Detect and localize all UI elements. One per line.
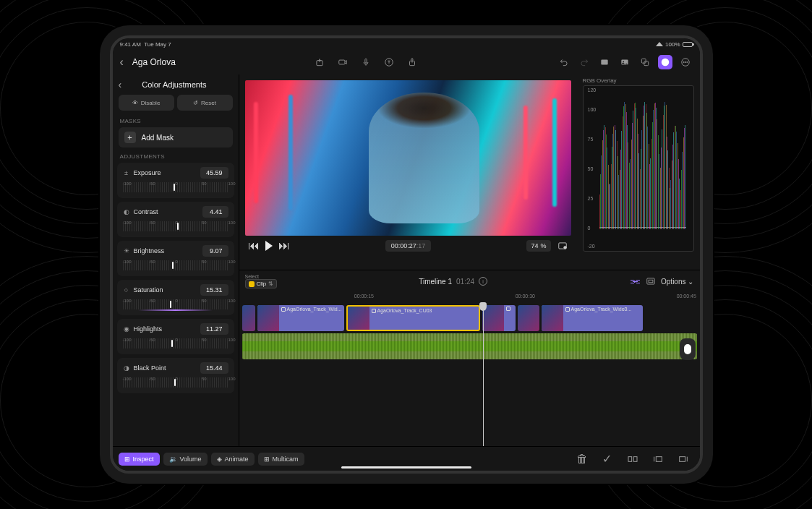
ruler-tick: 00:00:45 (677, 294, 696, 299)
slider-value[interactable]: 45.59 (200, 167, 228, 179)
camera-icon[interactable] (336, 55, 350, 69)
svg-rect-1 (339, 60, 345, 64)
slider-track[interactable]: -100-50050100 (123, 182, 228, 192)
slider-brightness[interactable]: ☀Brightness 9.07 -100-50050100 (117, 241, 234, 276)
svg-rect-21 (633, 456, 637, 461)
scope-ytick: 0 (588, 226, 591, 231)
back-button[interactable]: ‹ (120, 56, 124, 69)
redo-icon[interactable] (577, 55, 591, 69)
play-button[interactable] (265, 241, 273, 251)
slider-contrast[interactable]: ◐Contrast 4.41 -100-50050100 (117, 202, 234, 237)
zoom-control[interactable]: 74 % (526, 240, 550, 252)
eye-off-icon: 👁 (132, 100, 138, 106)
import-icon[interactable] (312, 55, 327, 69)
photos-icon[interactable] (617, 55, 632, 69)
trim-end-icon[interactable] (677, 453, 690, 466)
slider-param-icon: ◉ (123, 325, 130, 333)
slider-track[interactable]: -100-50050100 (123, 221, 228, 231)
clip-name: AgaOrlova_Track_Wid... (287, 307, 342, 312)
slider-track[interactable]: -100-50050100 (123, 299, 228, 309)
prev-frame-button[interactable]: ⏮ (248, 240, 260, 252)
timeline-name: Timeline 1 (419, 278, 452, 286)
slider-value[interactable]: 15.44 (200, 362, 228, 374)
slider-black-point[interactable]: ◑Black Point 15.44 -100-50050100 (117, 358, 234, 393)
clip-selector[interactable]: Clip ⇅ (245, 279, 278, 288)
svg-point-13 (683, 61, 684, 62)
masks-section-label: MASKS (113, 115, 239, 127)
browser-icon[interactable] (597, 55, 612, 69)
slider-value[interactable]: 4.41 (202, 206, 228, 218)
timecode-display[interactable]: 00:00:27:17 (385, 240, 432, 252)
options-button[interactable]: Options ⌄ (661, 278, 693, 286)
battery-icon (683, 42, 693, 47)
volume-icon: 🔉 (169, 455, 177, 463)
slider-label: Highlights (134, 325, 163, 333)
svg-rect-20 (628, 456, 632, 461)
timeline-clip[interactable]: AgaOrlova_Track_Wid... (257, 305, 344, 331)
svg-rect-8 (641, 59, 646, 63)
panel-back-button[interactable]: ‹ (119, 79, 122, 90)
overlay-icon[interactable] (638, 55, 652, 69)
slider-value[interactable]: 15.31 (200, 284, 228, 296)
split-icon[interactable] (626, 453, 639, 466)
home-indicator[interactable] (341, 466, 471, 469)
animate-tab[interactable]: ◈Animate (211, 453, 255, 466)
svg-rect-9 (644, 61, 648, 66)
slider-exposure[interactable]: ±Exposure 45.59 -100-50050100 (117, 163, 234, 198)
timeline-clip[interactable] (242, 305, 255, 331)
scope-panel: RGB Overlay 1201007550250-20 (577, 74, 700, 270)
svg-rect-18 (647, 278, 655, 284)
timeline-clip[interactable]: AgaOrlova_Track_CU03 (346, 305, 480, 331)
slider-track[interactable]: -100-50050100 (123, 377, 228, 388)
slider-track[interactable]: -100-50050100 (123, 260, 228, 270)
clip-name: AgaOrlova_Track_CU03 (377, 308, 432, 313)
disable-button[interactable]: 👁 Disable (119, 95, 174, 111)
trim-start-icon[interactable] (651, 453, 664, 466)
jog-handle[interactable] (680, 338, 696, 360)
audio-track[interactable] (242, 333, 697, 359)
slider-saturation[interactable]: ○Saturation 15.31 -100-50050100 (117, 280, 234, 315)
slider-value[interactable]: 9.07 (202, 245, 228, 257)
scope-ytick: 100 (588, 106, 597, 111)
share-icon[interactable] (405, 55, 419, 69)
add-mask-button[interactable]: + Add Mask (119, 127, 233, 147)
timeline-clip[interactable]: AgaOrlova_Track_Wide0... (542, 305, 643, 331)
track-display-icon[interactable] (645, 275, 657, 287)
scopes-icon[interactable] (658, 55, 672, 69)
slider-track[interactable]: -100-50050100 (123, 338, 228, 348)
info-icon[interactable]: i (479, 277, 487, 286)
slider-value[interactable]: 11.27 (200, 323, 228, 335)
inspector-sidebar: ‹ Color Adjustments 👁 Disable ↺ Reset MA… (113, 74, 239, 446)
timeline-ruler[interactable]: 00:00:1500:00:3000:00:45 (239, 292, 700, 302)
titles-icon[interactable] (382, 55, 396, 69)
video-preview[interactable] (245, 80, 571, 236)
clock: 9:41 AM (120, 41, 141, 48)
slider-highlights[interactable]: ◉Highlights 11.27 -100-50050100 (117, 319, 234, 354)
next-frame-button[interactable]: ⏭ (278, 240, 290, 252)
view-options-icon[interactable] (557, 240, 568, 252)
slider-label: Exposure (134, 169, 161, 176)
undo-icon[interactable] (557, 55, 571, 69)
voiceover-icon[interactable] (359, 55, 373, 69)
timeline-clip[interactable]: A... (518, 305, 539, 331)
slider-label: Saturation (134, 286, 163, 294)
more-icon[interactable] (678, 55, 693, 69)
svg-point-7 (623, 61, 624, 63)
battery-percent: 100% (665, 41, 680, 48)
project-title: Aga Orlova (132, 57, 176, 67)
inspect-tab[interactable]: ⊞Inspect (119, 453, 160, 466)
reset-button[interactable]: ↺ Reset (177, 95, 233, 111)
top-toolbar: ‹ Aga Orlova (113, 50, 700, 74)
scope-title: RGB Overlay (583, 77, 694, 84)
svg-point-11 (664, 61, 667, 64)
ruler-tick: 00:00:15 (354, 294, 374, 299)
multicam-tab[interactable]: ⊞Multicam (258, 453, 304, 466)
timeline-clip[interactable] (482, 305, 516, 331)
rgb-overlay-scope[interactable]: 1201007550250-20 (583, 85, 694, 252)
snapping-icon[interactable]: ⫘ (629, 275, 641, 287)
scope-ytick: 50 (588, 166, 594, 171)
delete-icon[interactable]: 🗑 (576, 453, 589, 466)
volume-tab[interactable]: 🔉Volume (163, 453, 208, 466)
enable-icon[interactable]: ✓ (601, 453, 614, 466)
playhead[interactable] (483, 302, 484, 446)
